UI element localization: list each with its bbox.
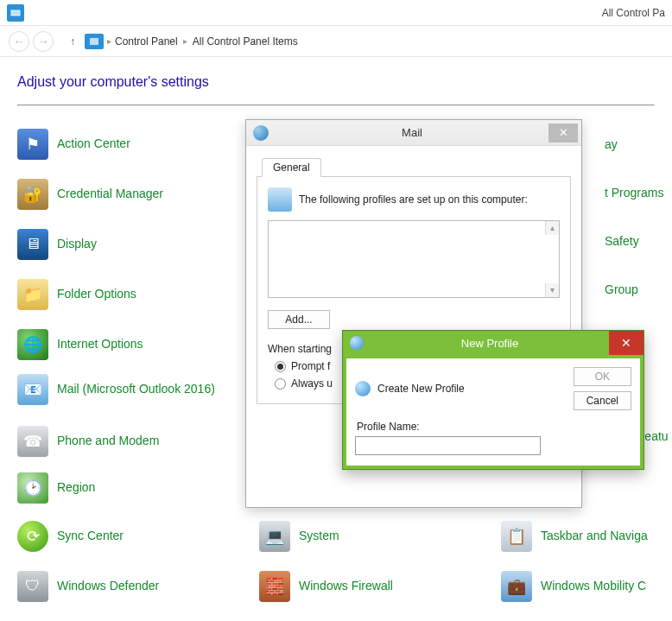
radio-icon	[275, 361, 286, 372]
safe-icon: 🔐	[17, 179, 48, 210]
profiles-intro-text: The following profiles are set up on thi…	[299, 193, 528, 206]
mobility-icon: 💼	[501, 571, 532, 602]
cp-item-system[interactable]: 💻 System	[259, 521, 484, 552]
window-title-bar: All Control Pa	[0, 0, 672, 26]
flag-icon: ⚑	[17, 129, 48, 160]
cp-item-region[interactable]: 🕑 Region	[17, 472, 242, 504]
cp-item-label: Taskbar and Naviga	[541, 529, 648, 543]
cp-item-label: Group	[605, 282, 638, 297]
profile-globe-icon	[355, 381, 371, 396]
system-icon: 💻	[259, 521, 290, 552]
cp-item-label: Windows Firewall	[299, 579, 393, 593]
cp-item-folder-options[interactable]: 📁 Folder Options	[17, 279, 242, 310]
phone-icon: ☎	[17, 426, 48, 457]
control-panel-icon	[85, 34, 104, 49]
mail-globe-icon	[253, 125, 269, 141]
profile-globe-icon	[350, 336, 364, 350]
create-profile-label: Create New Profile	[377, 383, 465, 395]
up-button[interactable]: ↑	[64, 35, 81, 48]
cp-item-mail[interactable]: 📧 Mail (Microsoft Outlook 2016)	[17, 374, 242, 405]
items-area: ⚑ Action Center 🔐 Credential Manager 🖥 D…	[0, 105, 672, 106]
ok-button[interactable]: OK	[574, 367, 631, 386]
close-button[interactable]: ✕	[609, 331, 643, 355]
folder-icon: 📁	[17, 279, 48, 310]
add-profile-button[interactable]: Add...	[268, 310, 330, 329]
radio-label: Always u	[291, 377, 333, 390]
globe-icon: 🌐	[17, 329, 48, 360]
dialog-title: Mail	[276, 126, 548, 139]
cp-item-label: Display	[57, 237, 97, 251]
cp-item-autoplay[interactable]: ay	[605, 137, 672, 152]
cancel-button[interactable]: Cancel	[574, 391, 631, 410]
svg-rect-2	[90, 38, 98, 45]
breadcrumb-current[interactable]: All Control Panel Items	[193, 35, 298, 48]
cp-item-windows-firewall[interactable]: 🧱 Windows Firewall	[259, 571, 484, 602]
control-panel-icon	[7, 4, 24, 22]
breadcrumb-root[interactable]: Control Panel	[115, 35, 178, 48]
cp-item-family-safety[interactable]: Safety	[605, 234, 672, 249]
dialog-title-bar[interactable]: Mail ✕	[246, 120, 581, 146]
back-button[interactable]: ←	[9, 31, 29, 52]
cp-item-credential-manager[interactable]: 🔐 Credential Manager	[17, 179, 242, 210]
cp-item-phone-and-modem[interactable]: ☎ Phone and Modem	[17, 426, 242, 457]
navigation-bar: ← → ↑ ▸ Control Panel ▸ All Control Pane…	[0, 26, 672, 57]
tab-strip: General	[257, 155, 571, 177]
clock-globe-icon: 🕑	[17, 472, 48, 504]
cp-item-label: System	[299, 529, 339, 543]
cp-item-display[interactable]: 🖥 Display	[17, 229, 242, 260]
cp-item-default-programs[interactable]: t Programs	[605, 186, 672, 200]
dialog-title: New Profile	[371, 337, 609, 350]
taskbar-icon: 📋	[501, 521, 532, 552]
profile-name-input[interactable]	[355, 436, 541, 455]
radio-label: Prompt f	[291, 360, 330, 372]
chevron-right-icon: ▸	[107, 36, 111, 46]
profile-name-label: Profile Name:	[357, 421, 631, 433]
cp-item-label: Mail (Microsoft Outlook 2016)	[57, 382, 215, 396]
chevron-right-icon: ▸	[183, 36, 187, 46]
cp-item-internet-options[interactable]: 🌐 Internet Options	[17, 329, 242, 360]
page-title: Adjust your computer's settings	[0, 57, 672, 98]
firewall-icon: 🧱	[259, 571, 290, 602]
cp-item-windows-mobility[interactable]: 💼 Windows Mobility C	[501, 571, 672, 602]
svg-rect-0	[11, 10, 20, 16]
cp-item-label: t Programs	[605, 186, 663, 200]
cp-item-label: Sync Center	[57, 529, 124, 543]
cp-item-label: Credential Manager	[57, 187, 163, 201]
cp-item-taskbar[interactable]: 📋 Taskbar and Naviga	[501, 521, 672, 552]
scroll-down-button[interactable]: ▾	[545, 283, 559, 297]
cp-item-label: Phone and Modem	[57, 434, 159, 448]
dialog-title-bar[interactable]: New Profile ✕	[343, 331, 643, 355]
radio-icon	[275, 378, 286, 390]
cp-item-homegroup[interactable]: Group	[605, 282, 672, 297]
forward-button[interactable]: →	[33, 31, 54, 52]
profile-list[interactable]: ▴ ▾	[268, 220, 560, 298]
cp-item-windows-defender[interactable]: 🛡 Windows Defender	[17, 571, 242, 602]
tab-general[interactable]: General	[262, 158, 321, 177]
close-button[interactable]: ✕	[548, 124, 578, 143]
cp-item-label: Windows Defender	[57, 579, 159, 593]
cp-item-action-center[interactable]: ⚑ Action Center	[17, 129, 242, 160]
cp-item-label: Safety	[605, 234, 639, 249]
cp-item-label: Region	[57, 480, 95, 495]
cp-item-label: Windows Mobility C	[541, 579, 646, 593]
cp-item-label: Internet Options	[57, 337, 143, 352]
scroll-up-button[interactable]: ▴	[545, 221, 559, 235]
defender-icon: 🛡	[17, 571, 48, 602]
cp-item-label: ay	[605, 137, 618, 152]
cp-item-label: Folder Options	[57, 287, 136, 301]
profiles-icon	[268, 187, 292, 212]
display-icon: 🖥	[17, 229, 48, 260]
mail-icon: 📧	[17, 374, 48, 405]
cp-item-sync-center[interactable]: ⟳ Sync Center	[17, 521, 242, 552]
new-profile-dialog: New Profile ✕ Create New Profile OK Canc…	[342, 330, 644, 470]
cp-item-label: Action Center	[57, 136, 130, 151]
sync-icon: ⟳	[17, 521, 48, 552]
window-title: All Control Pa	[602, 7, 665, 19]
